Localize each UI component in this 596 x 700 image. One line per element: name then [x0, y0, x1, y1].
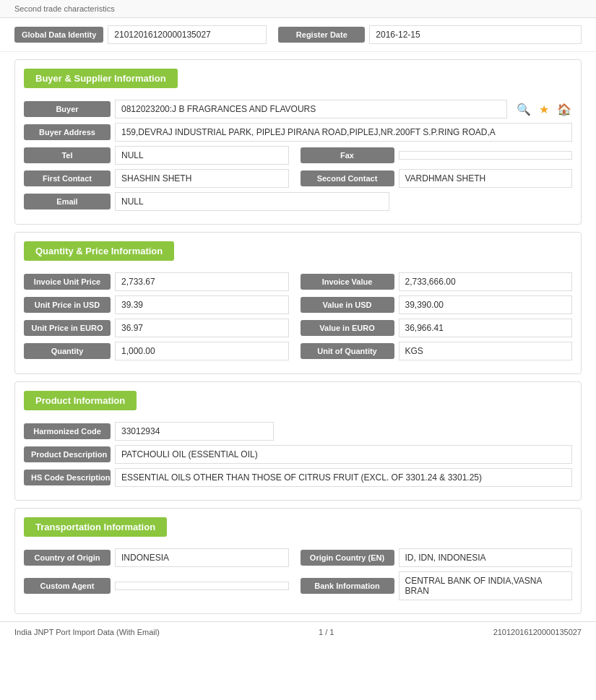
buyer-supplier-header: Buyer & Supplier Information: [24, 69, 178, 88]
product-desc-value: PATCHOULI OIL (ESSENTIAL OIL): [115, 445, 572, 464]
tel-label: Tel: [24, 147, 111, 163]
buyer-address-label: Buyer Address: [24, 124, 111, 140]
origin-country-en-label: Origin Country (EN): [301, 550, 394, 566]
value-usd-value: 39,390.00: [399, 295, 573, 314]
footer-pagination: 1 / 1: [319, 628, 334, 636]
invoice-row: Invoice Unit Price 2,733.67 Invoice Valu…: [24, 272, 572, 291]
buyer-row: Buyer 0812023200:J B FRAGRANCES AND FLAV…: [24, 100, 572, 118]
quantity-row: Quantity 1,000.00 Unit of Quantity KGS: [24, 342, 572, 360]
top-bar: Second trade characteristics: [0, 0, 596, 18]
star-icon[interactable]: ★: [536, 101, 552, 117]
footer-left: India JNPT Port Import Data (With Email): [14, 628, 160, 636]
second-contact-value: VARDHMAN SHETH: [399, 169, 573, 188]
buyer-address-row: Buyer Address 159,DEVRAJ INDUSTRIAL PARK…: [24, 123, 572, 142]
page-wrapper: Second trade characteristics Global Data…: [0, 0, 596, 700]
fax-value: [399, 151, 573, 160]
origin-country-en-value: ID, IDN, INDONESIA: [399, 548, 573, 567]
hs-code-desc-label: HS Code Description: [24, 470, 111, 485]
unit-of-quantity-value: KGS: [399, 342, 573, 360]
transportation-header: Transportation Information: [24, 517, 167, 537]
email-row: Email NULL: [24, 192, 572, 211]
hs-code-desc-value: ESSENTIAL OILS OTHER THAN THOSE OF CITRU…: [115, 468, 572, 487]
unit-price-usd-label: Unit Price in USD: [24, 297, 111, 313]
first-contact-label: First Contact: [24, 170, 111, 186]
usd-row: Unit Price in USD 39.39 Value in USD 39,…: [24, 295, 572, 314]
tel-fax-row: Tel NULL Fax: [24, 146, 572, 165]
global-data-identity-label: Global Data Identity: [14, 27, 103, 43]
product-info-section: Product Information Harmonized Code 3301…: [14, 381, 582, 501]
custom-agent-value: [115, 582, 289, 590]
register-date-value: 2016-12-15: [369, 25, 582, 44]
product-desc-label: Product Description: [24, 446, 111, 462]
invoice-value-value: 2,733,666.00: [399, 272, 573, 291]
home-icon[interactable]: 🏠: [556, 101, 572, 117]
quantity-price-header: Quantity & Price Information: [24, 241, 174, 261]
value-euro-value: 36,966.41: [399, 319, 573, 337]
harmonized-code-row: Harmonized Code 33012934: [24, 422, 572, 441]
country-of-origin-label: Country of Origin: [24, 550, 111, 566]
bank-info-label: Bank Information: [301, 578, 394, 594]
buyer-icons: 🔍 ★ 🏠: [516, 101, 572, 117]
country-of-origin-value: INDONESIA: [115, 548, 289, 567]
first-contact-value: SHASHIN SHETH: [115, 169, 289, 188]
footer: India JNPT Port Import Data (With Email)…: [0, 621, 596, 642]
value-euro-label: Value in EURO: [301, 320, 394, 336]
global-data-identity-value: 21012016120000135027: [108, 25, 267, 44]
agent-bank-row: Custom Agent Bank Information CENTRAL BA…: [24, 571, 572, 600]
invoice-value-label: Invoice Value: [301, 274, 394, 290]
quantity-price-section: Quantity & Price Information Invoice Uni…: [14, 232, 582, 374]
second-contact-label: Second Contact: [301, 170, 394, 186]
footer-right: 21012016120000135027: [493, 628, 582, 636]
value-usd-label: Value in USD: [301, 297, 394, 313]
search-icon[interactable]: 🔍: [516, 101, 532, 117]
euro-row: Unit Price in EURO 36.97 Value in EURO 3…: [24, 319, 572, 337]
quantity-label: Quantity: [24, 343, 111, 359]
invoice-unit-price-label: Invoice Unit Price: [24, 274, 111, 290]
transportation-section: Transportation Information Country of Or…: [14, 508, 582, 614]
unit-of-quantity-label: Unit of Quantity: [301, 343, 394, 359]
top-bar-text: Second trade characteristics: [14, 4, 115, 13]
buyer-address-value: 159,DEVRAJ INDUSTRIAL PARK, PIPLEJ PIRAN…: [115, 123, 572, 142]
contacts-row: First Contact SHASHIN SHETH Second Conta…: [24, 169, 572, 188]
harmonized-code-label: Harmonized Code: [24, 423, 111, 439]
product-desc-row: Product Description PATCHOULI OIL (ESSEN…: [24, 445, 572, 464]
harmonized-code-value: 33012934: [115, 422, 274, 441]
buyer-label: Buyer: [24, 101, 111, 117]
global-row: Global Data Identity 2101201612000013502…: [0, 18, 596, 52]
origin-row: Country of Origin INDONESIA Origin Count…: [24, 548, 572, 567]
email-label: Email: [24, 194, 111, 209]
buyer-supplier-section: Buyer & Supplier Information Buyer 08120…: [14, 59, 582, 225]
buyer-value: 0812023200:J B FRAGRANCES AND FLAVOURS: [115, 100, 507, 118]
unit-price-euro-value: 36.97: [115, 319, 289, 337]
product-info-header: Product Information: [24, 391, 137, 410]
invoice-unit-price-value: 2,733.67: [115, 272, 289, 291]
fax-label: Fax: [301, 147, 394, 163]
email-value: NULL: [115, 192, 389, 211]
register-date-label: Register Date: [278, 27, 365, 43]
tel-value: NULL: [115, 146, 289, 165]
quantity-value: 1,000.00: [115, 342, 289, 360]
custom-agent-label: Custom Agent: [24, 578, 111, 594]
unit-price-euro-label: Unit Price in EURO: [24, 320, 111, 336]
hs-code-desc-row: HS Code Description ESSENTIAL OILS OTHER…: [24, 468, 572, 487]
unit-price-usd-value: 39.39: [115, 295, 289, 314]
bank-info-value: CENTRAL BANK OF INDIA,VASNA BRAN: [399, 571, 573, 600]
